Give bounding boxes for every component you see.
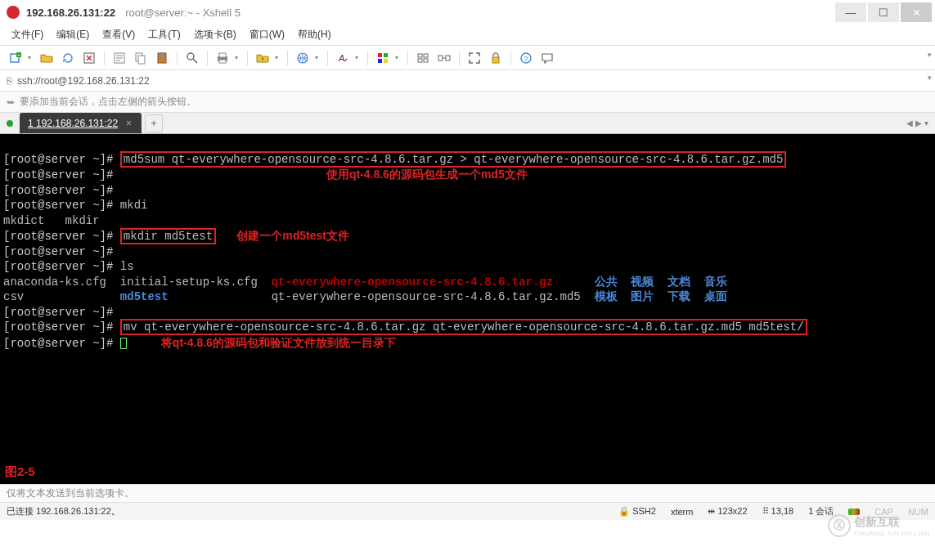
status-bar: 已连接 192.168.26.131:22。 🔒 SSH2 xterm ⇹ 12… — [0, 502, 935, 520]
dropdown-icon[interactable]: ▾ — [395, 54, 402, 61]
search-icon[interactable] — [183, 49, 201, 67]
svg-text:+: + — [17, 52, 20, 57]
tunnel-icon[interactable] — [435, 49, 453, 67]
dropdown-icon[interactable]: ▾ — [235, 54, 241, 61]
menu-help[interactable]: 帮助(H) — [298, 28, 331, 42]
menu-tabs[interactable]: 选项卡(B) — [194, 28, 236, 42]
svg-rect-6 — [138, 56, 145, 64]
title-host: 192.168.26.131:22 — [26, 7, 115, 19]
new-session-icon[interactable]: + — [7, 49, 25, 67]
svg-rect-17 — [378, 59, 382, 63]
font-icon[interactable]: A — [334, 49, 352, 67]
maximize-button[interactable]: ☐ — [868, 2, 899, 22]
dropdown-icon[interactable]: ▾ — [28, 54, 34, 61]
disconnect-icon[interactable] — [80, 49, 98, 67]
properties-icon[interactable] — [110, 49, 128, 67]
dropdown-icon[interactable]: ▾ — [315, 54, 321, 61]
xftp-icon[interactable] — [254, 49, 272, 67]
annotation: 创建一个md5test文件 — [236, 229, 349, 242]
watermark: Ⓧ 创新互联 CHUANG XIN HU LIAN — [828, 514, 930, 537]
app-icon — [7, 6, 20, 19]
svg-rect-12 — [219, 60, 226, 63]
status-pos: ⠿ 13,18 — [762, 506, 794, 517]
status-size: ⇹ 123x22 — [708, 506, 747, 517]
highlighted-command: mkdir md5test — [120, 228, 216, 244]
reconnect-icon[interactable] — [59, 49, 77, 67]
svg-point-9 — [187, 53, 194, 60]
lock-icon[interactable] — [487, 49, 505, 67]
color-icon[interactable] — [374, 49, 392, 67]
globe-icon[interactable] — [294, 49, 312, 67]
annotation: 使用qt-4.8.6的源码包生成一个md5文件 — [326, 168, 528, 181]
menu-window[interactable]: 窗口(W) — [249, 28, 285, 42]
menu-bar: 文件(F) 编辑(E) 查看(V) 工具(T) 选项卡(B) 窗口(W) 帮助(… — [0, 25, 935, 46]
svg-rect-20 — [424, 54, 428, 57]
copy-icon[interactable] — [132, 49, 150, 67]
svg-rect-22 — [424, 59, 428, 62]
status-lock-icon: 🔒 SSH2 — [618, 506, 656, 517]
title-app: root@server:~ - Xshell 5 — [125, 7, 240, 19]
dropdown-icon[interactable]: ▾ — [275, 54, 281, 61]
arrow-icon[interactable]: ➥ — [7, 96, 15, 108]
svg-rect-18 — [384, 59, 388, 63]
hint-text: 要添加当前会话，点击左侧的箭头按钮。 — [20, 95, 196, 109]
toolbar: + ▾ ▾ ▾ ▾ A ▾ ▾ ? — [0, 46, 935, 70]
svg-rect-19 — [418, 54, 422, 57]
help-icon[interactable]: ? — [517, 49, 535, 67]
chat-icon[interactable] — [538, 49, 556, 67]
svg-rect-8 — [160, 52, 164, 55]
hint-bar: ➥ 要添加当前会话，点击左侧的箭头按钮。 — [0, 92, 935, 113]
add-tab-button[interactable]: + — [145, 114, 163, 132]
address-bar: ⎘ ssh://root@192.168.26.131:22 — [0, 70, 935, 92]
title-bar: 192.168.26.131:22 root@server:~ - Xshell… — [0, 0, 935, 25]
tab-label: 1 192.168.26.131:22 — [28, 118, 118, 129]
svg-rect-16 — [384, 53, 388, 57]
figure-label: 图2-5 — [5, 464, 35, 480]
watermark-logo-icon: Ⓧ — [828, 514, 851, 537]
paste-icon[interactable] — [153, 49, 171, 67]
link-icon: ⎘ — [7, 75, 12, 87]
svg-rect-11 — [219, 53, 226, 57]
highlighted-command: mv qt-everywhere-opensource-src-4.8.6.ta… — [120, 319, 807, 335]
svg-rect-21 — [418, 59, 422, 62]
address-overflow-icon[interactable]: ▾ — [928, 74, 932, 82]
menu-view[interactable]: 查看(V) — [102, 28, 135, 42]
svg-rect-15 — [378, 53, 382, 57]
open-icon[interactable] — [38, 49, 56, 67]
svg-rect-24 — [446, 56, 450, 60]
highlighted-command: md5sum qt-everywhere-opensource-src-4.8.… — [120, 151, 787, 168]
cursor-icon — [120, 338, 127, 349]
menu-file[interactable]: 文件(F) — [11, 28, 43, 42]
svg-rect-23 — [438, 56, 443, 60]
svg-rect-25 — [492, 57, 499, 63]
minimize-button[interactable]: — — [835, 2, 866, 22]
svg-text:A: A — [338, 53, 344, 63]
tab-close-icon[interactable]: × — [126, 118, 132, 129]
status-term: xterm — [671, 507, 694, 517]
menu-tools[interactable]: 工具(T) — [148, 28, 180, 42]
status-dot-icon — [7, 120, 13, 127]
sessions-icon[interactable] — [414, 49, 432, 67]
annotation: 将qt-4.8.6的源码包和验证文件放到统一目录下 — [161, 336, 396, 349]
menu-edit[interactable]: 编辑(E) — [56, 28, 89, 42]
toolbar-overflow-icon[interactable]: ▾ — [928, 51, 932, 59]
status-connection: 已连接 192.168.26.131:22。 — [7, 505, 120, 517]
tab-session[interactable]: 1 192.168.26.131:22 × — [20, 113, 142, 133]
address-url[interactable]: ssh://root@192.168.26.131:22 — [17, 75, 150, 87]
terminal[interactable]: [root@server ~]# md5sum qt-everywhere-op… — [0, 134, 935, 484]
tab-nav-icons[interactable]: ◀ ▶ ▾ — [900, 119, 935, 128]
fullscreen-icon[interactable] — [465, 49, 483, 67]
close-button[interactable]: ✕ — [901, 2, 932, 22]
send-hint: 仅将文本发送到当前选项卡。 — [0, 484, 935, 502]
dropdown-icon[interactable]: ▾ — [355, 54, 362, 61]
print-icon[interactable] — [214, 49, 232, 67]
svg-text:?: ? — [524, 55, 528, 63]
tab-bar: 1 192.168.26.131:22 × + ◀ ▶ ▾ — [0, 113, 935, 134]
